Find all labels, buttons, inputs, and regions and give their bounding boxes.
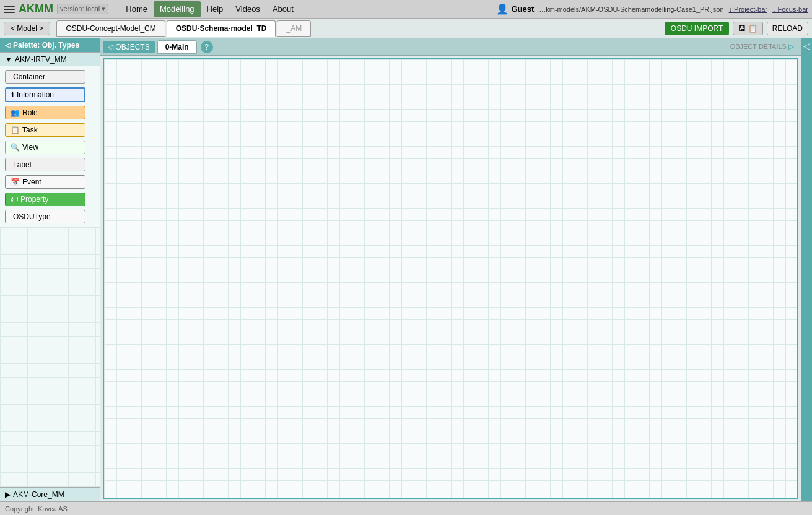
nav-help[interactable]: Help <box>201 1 230 17</box>
role-icon: 👥 <box>11 108 20 117</box>
palette-item-information[interactable]: ℹ Information <box>5 87 85 102</box>
osdutype-label: OSDUType <box>13 212 51 221</box>
objects-toggle[interactable]: ◁ OBJECTS <box>103 41 155 53</box>
information-icon: ℹ <box>11 90 14 99</box>
second-bar: < Model > OSDU-Concept-Model_CM OSDU-Sch… <box>0 19 812 38</box>
file-path: …km-models/AKM-OSDU-Schemamodelling-Case… <box>539 6 723 13</box>
palette-item-property[interactable]: 🏷 Property <box>5 193 85 206</box>
main-area: ◁ Palette: Obj. Types ▼ AKM-IRTV_MM Cont… <box>0 38 812 501</box>
project-focus-bar: ↓ Project-bar ↓ Focus-bar <box>729 6 808 13</box>
export-icon: 🖫 📋 <box>738 24 757 33</box>
palette-group-core[interactable]: ▶ AKM-Core_MM <box>0 487 100 501</box>
event-icon: 📅 <box>11 178 20 186</box>
palette-items: Container ℹ Information 👥 Role 📋 Task 🔍 … <box>0 66 100 227</box>
object-details-label: OBJECT DETAILS ▷ <box>730 43 798 51</box>
view-label: View <box>22 143 38 152</box>
canvas-tabs: ◁ OBJECTS 0-Main ? OBJECT DETAILS ▷ <box>100 38 801 56</box>
footer: Copyright: Kavca AS <box>0 501 812 515</box>
palette-item-event[interactable]: 📅 Event <box>5 175 85 189</box>
focus-bar-link[interactable]: ↓ Focus-bar <box>772 6 808 13</box>
palette-title: Palette: Obj. Types <box>13 41 79 50</box>
objects-toggle-label: OBJECTS <box>115 43 149 51</box>
secondbar-right: OSDU IMPORT 🖫 📋 RELOAD <box>665 22 808 35</box>
property-label: Property <box>20 195 48 204</box>
nav-menu: Home Modelling Help Videos About <box>120 1 300 17</box>
palette-item-osdutype[interactable]: OSDUType <box>5 210 85 223</box>
nav-home[interactable]: Home <box>120 1 154 17</box>
canvas-main[interactable] <box>103 58 798 499</box>
container-label: Container <box>13 72 45 81</box>
export-button[interactable]: 🖫 📋 <box>733 22 762 35</box>
tab-am[interactable]: _AM <box>277 20 311 37</box>
app-version[interactable]: version: local ▾ <box>57 4 108 14</box>
canvas-help-button[interactable]: ? <box>201 41 213 53</box>
palette-item-task[interactable]: 📋 Task <box>5 123 85 137</box>
palette-item-label[interactable]: Label <box>5 158 85 171</box>
tab-osdu-schema[interactable]: OSDU-Schema-model_TD <box>167 20 276 37</box>
palette-group-irtv[interactable]: ▼ AKM-IRTV_MM <box>0 52 100 66</box>
osdu-import-button[interactable]: OSDU IMPORT <box>665 22 729 35</box>
nav-modelling[interactable]: Modelling <box>154 1 201 17</box>
object-details-toggle-icon[interactable]: ▷ <box>788 43 793 50</box>
topbar-right: 👤 Guest …km-models/AKM-OSDU-Schemamodell… <box>496 3 808 15</box>
palette-toggle-icon: ◁ <box>5 41 11 50</box>
model-button[interactable]: < Model > <box>4 22 50 35</box>
reload-button[interactable]: RELOAD <box>767 22 808 35</box>
task-label: Task <box>22 126 38 134</box>
user-area: 👤 Guest <box>496 3 534 15</box>
tab-osdu-concept[interactable]: OSDU-Concept-Model_CM <box>56 20 165 37</box>
project-bar-link[interactable]: ↓ Project-bar <box>729 6 767 13</box>
canvas-tab-main[interactable]: 0-Main <box>157 40 197 54</box>
property-icon: 🏷 <box>11 195 18 204</box>
palette-group-collapse-icon: ▼ <box>5 55 12 64</box>
palette-header[interactable]: ◁ Palette: Obj. Types <box>0 38 100 52</box>
user-name: Guest <box>511 4 534 14</box>
object-details-panel: ◁ <box>801 38 812 501</box>
palette-group-name: AKM-IRTV_MM <box>15 55 67 64</box>
event-label: Event <box>22 178 41 186</box>
palette-item-role[interactable]: 👥 Role <box>5 106 85 119</box>
copyright-text: Copyright: Kavca AS <box>5 505 68 513</box>
user-icon: 👤 <box>496 3 509 15</box>
objects-toggle-icon: ◁ <box>108 43 113 51</box>
palette-item-container[interactable]: Container <box>5 70 85 84</box>
task-icon: 📋 <box>11 126 20 134</box>
canvas-area: ◁ OBJECTS 0-Main ? OBJECT DETAILS ▷ <box>100 38 801 501</box>
palette-grid-area <box>0 227 100 487</box>
information-label: Information <box>17 90 54 99</box>
palette-core-name: AKM-Core_MM <box>13 490 64 499</box>
app-logo: AKMM <box>19 2 53 15</box>
view-icon: 🔍 <box>11 143 20 152</box>
object-details-expand-icon[interactable]: ◁ <box>801 38 812 53</box>
palette: ◁ Palette: Obj. Types ▼ AKM-IRTV_MM Cont… <box>0 38 100 501</box>
label-label: Label <box>13 160 31 169</box>
hamburger-menu[interactable] <box>4 4 15 15</box>
palette-item-view[interactable]: 🔍 View <box>5 141 85 154</box>
top-bar: AKMM version: local ▾ Home Modelling Hel… <box>0 0 812 19</box>
role-label: Role <box>22 108 38 117</box>
nav-about[interactable]: About <box>266 1 300 17</box>
nav-videos[interactable]: Videos <box>229 1 266 17</box>
palette-core-collapse-icon: ▶ <box>5 490 11 499</box>
